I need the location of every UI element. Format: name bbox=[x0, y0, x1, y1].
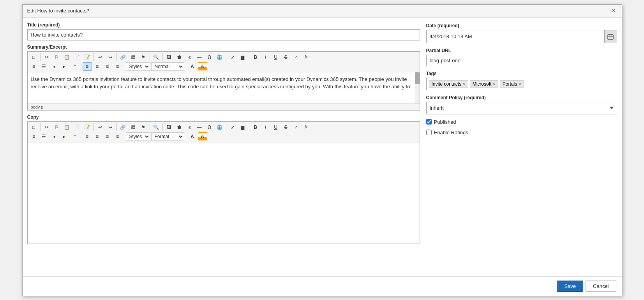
paste-word-icon[interactable]: 📝 bbox=[83, 53, 92, 61]
underline-icon[interactable]: U bbox=[271, 53, 281, 61]
numbered-list-icon[interactable]: ≡ bbox=[29, 62, 39, 71]
align-left-icon-copy[interactable]: ≡ bbox=[83, 132, 92, 141]
calendar-button[interactable] bbox=[604, 30, 617, 43]
flash-icon[interactable]: ⬟ bbox=[175, 53, 184, 61]
increase-indent-icon-copy[interactable]: ▸ bbox=[60, 132, 69, 141]
paste-icon[interactable]: 📋 bbox=[62, 53, 72, 61]
enable-ratings-checkbox[interactable] bbox=[426, 130, 432, 135]
published-checkbox[interactable] bbox=[426, 119, 432, 125]
paste-text-icon[interactable]: 📄 bbox=[72, 53, 82, 61]
paste-icon-copy[interactable]: 📋 bbox=[62, 123, 72, 132]
iframe-icon[interactable]: 🌐 bbox=[215, 53, 224, 61]
find-icon[interactable]: 🔍 bbox=[152, 53, 161, 61]
show-blocks-icon[interactable]: ▆ bbox=[238, 53, 247, 61]
source-icon[interactable]: □ bbox=[29, 53, 39, 61]
undo-icon[interactable]: ↩ bbox=[95, 53, 105, 61]
table-icon[interactable]: ⋞ bbox=[185, 53, 194, 61]
find-icon-copy[interactable]: 🔍 bbox=[152, 123, 161, 132]
link-icon-copy[interactable]: 🔗 bbox=[118, 123, 128, 132]
tag-close-portals[interactable]: × bbox=[519, 82, 521, 86]
bullet-list-icon-copy[interactable]: ☰ bbox=[39, 132, 49, 141]
format-select-summary[interactable]: Normal Heading 1 Heading 2 Heading 3 bbox=[151, 62, 184, 71]
cut-icon[interactable]: ✂ bbox=[42, 53, 51, 61]
blockquote-icon[interactable]: ❝ bbox=[70, 62, 79, 71]
copy-icon-copy[interactable]: ⎘ bbox=[52, 123, 62, 132]
right-panel: Date (required) Partial URL bbox=[426, 22, 617, 244]
edit-dialog: Edit How to invite contacts? × Title (re… bbox=[22, 4, 622, 296]
summary-content[interactable]: Use the Dynamics 365 portals invitation … bbox=[28, 72, 420, 104]
decrease-indent-icon-copy[interactable]: ◂ bbox=[49, 132, 59, 141]
horz-rule-icon[interactable]: — bbox=[195, 53, 204, 61]
align-left-icon[interactable]: ≡ bbox=[83, 62, 92, 71]
link-icon[interactable]: 🔗 bbox=[118, 53, 128, 61]
underline-icon-copy[interactable]: U bbox=[271, 123, 281, 132]
remove-format-icon[interactable]: Ix bbox=[302, 53, 311, 61]
partial-url-input[interactable] bbox=[426, 55, 617, 66]
maximize-icon[interactable]: ⤢ bbox=[228, 53, 237, 61]
undo-icon-copy[interactable]: ↩ bbox=[95, 123, 105, 132]
bg-color-icon[interactable]: A bbox=[198, 62, 207, 71]
save-button[interactable]: Save bbox=[557, 281, 583, 292]
maximize-icon-copy[interactable]: ⤢ bbox=[228, 123, 237, 132]
tags-container[interactable]: Invite contacts × Microsoft × Portals × bbox=[426, 78, 617, 90]
summary-scrollbar[interactable] bbox=[415, 72, 420, 104]
font-color-icon-copy[interactable]: A bbox=[188, 132, 197, 141]
redo-icon-copy[interactable]: ↪ bbox=[106, 123, 115, 132]
table-icon-copy[interactable]: ⋞ bbox=[185, 123, 194, 132]
align-right-icon-copy[interactable]: ≡ bbox=[103, 132, 112, 141]
copy-content[interactable] bbox=[28, 142, 420, 244]
decrease-indent-icon[interactable]: ◂ bbox=[49, 62, 59, 71]
image-icon[interactable]: 🖼 bbox=[164, 53, 174, 61]
remove-format-icon-copy[interactable]: Ix bbox=[302, 123, 311, 132]
redo-icon[interactable]: ↪ bbox=[106, 53, 115, 61]
styles-select-copy[interactable]: Styles bbox=[126, 132, 150, 141]
special-char-icon-copy[interactable]: Ω bbox=[205, 123, 214, 132]
blockquote-icon-copy[interactable]: ❝ bbox=[70, 132, 79, 141]
bold-icon[interactable]: B bbox=[251, 53, 260, 61]
anchor-icon[interactable]: ⚑ bbox=[139, 53, 148, 61]
paste-word-icon-copy[interactable]: 📝 bbox=[83, 123, 92, 132]
show-blocks-icon-copy[interactable]: ▆ bbox=[238, 123, 247, 132]
date-input[interactable] bbox=[427, 31, 604, 42]
special-char-icon[interactable]: Ω bbox=[205, 53, 214, 61]
paste-text-icon-copy[interactable]: 📄 bbox=[72, 123, 82, 132]
align-center-icon-copy[interactable]: ≡ bbox=[93, 132, 102, 141]
cancel-button[interactable]: Cancel bbox=[586, 281, 616, 292]
strikethrough-icon[interactable]: S bbox=[281, 53, 291, 61]
summary-scrollbar-thumb[interactable] bbox=[415, 72, 420, 84]
bullet-list-icon[interactable]: ☰ bbox=[39, 62, 49, 71]
iframe-icon-copy[interactable]: 🌐 bbox=[215, 123, 224, 132]
bold-icon-copy[interactable]: B bbox=[251, 123, 260, 132]
styles-select[interactable]: Styles bbox=[126, 62, 150, 71]
image-icon-copy[interactable]: 🖼 bbox=[164, 123, 174, 132]
tag-close-microsoft[interactable]: × bbox=[493, 82, 495, 86]
anchor-icon-copy[interactable]: ⚑ bbox=[139, 123, 148, 132]
format-select-copy[interactable]: Format Normal Heading 1 Heading 2 Headin… bbox=[151, 132, 184, 141]
align-center-icon[interactable]: ≡ bbox=[93, 62, 102, 71]
align-justify-icon-copy[interactable]: ≡ bbox=[113, 132, 122, 141]
copy-editor: □ ✂ ⎘ 📋 📄 📝 ↩ ↪ 🔗 ⛓ bbox=[27, 121, 420, 244]
increase-indent-icon[interactable]: ▸ bbox=[60, 62, 69, 71]
subscript-icon-copy[interactable]: ✓ bbox=[291, 123, 301, 132]
align-justify-icon[interactable]: ≡ bbox=[113, 62, 122, 71]
flash-icon-copy[interactable]: ⬟ bbox=[175, 123, 184, 132]
calendar-icon bbox=[607, 33, 614, 40]
copy-icon[interactable]: ⎘ bbox=[52, 53, 62, 61]
align-right-icon[interactable]: ≡ bbox=[103, 62, 112, 71]
source-icon-copy[interactable]: □ bbox=[29, 123, 39, 132]
unlink-icon-copy[interactable]: ⛓ bbox=[129, 123, 138, 132]
italic-icon[interactable]: I bbox=[261, 53, 270, 61]
tag-close-invite[interactable]: × bbox=[463, 82, 465, 86]
bg-color-icon-copy[interactable]: A bbox=[198, 132, 207, 141]
italic-icon-copy[interactable]: I bbox=[261, 123, 270, 132]
unlink-icon[interactable]: ⛓ bbox=[129, 53, 138, 61]
comment-policy-select[interactable]: Inherit Open Moderated Closed bbox=[426, 102, 617, 114]
numbered-list-icon-copy[interactable]: ≡ bbox=[29, 132, 39, 141]
strikethrough-icon-copy[interactable]: S bbox=[281, 123, 291, 132]
title-input[interactable] bbox=[27, 29, 420, 40]
cut-icon-copy[interactable]: ✂ bbox=[42, 123, 51, 132]
close-button[interactable]: × bbox=[610, 8, 617, 14]
font-color-icon[interactable]: A bbox=[188, 62, 197, 71]
horz-rule-icon-copy[interactable]: — bbox=[195, 123, 204, 132]
subscript-icon[interactable]: ✓ bbox=[291, 53, 301, 61]
